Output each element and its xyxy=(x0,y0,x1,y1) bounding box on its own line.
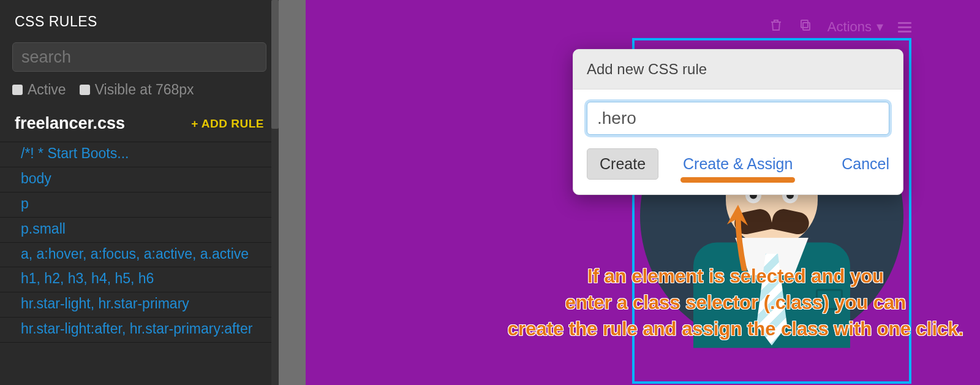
active-checkbox-label: Active xyxy=(28,82,66,98)
search-input[interactable] xyxy=(12,42,266,72)
highlight-underline-icon xyxy=(680,177,795,183)
stylesheet-name: freelancer.css xyxy=(15,114,125,133)
actions-label: Actions xyxy=(827,19,872,35)
rule-item[interactable]: body xyxy=(0,167,279,192)
rule-item[interactable]: h1, h2, h3, h4, h5, h6 xyxy=(0,267,279,292)
preview-canvas: Actions ▾ xyxy=(279,0,980,385)
popover-title: Add new CSS rule xyxy=(573,50,903,90)
rule-item[interactable]: hr.star-light, hr.star-primary xyxy=(0,292,279,318)
cancel-button[interactable]: Cancel xyxy=(842,155,889,173)
panel-title: CSS RULES xyxy=(0,5,279,39)
add-rule-button[interactable]: + ADD RULE xyxy=(191,117,264,131)
svg-rect-0 xyxy=(803,23,810,30)
chevron-down-icon: ▾ xyxy=(876,19,883,35)
add-rule-popover: Add new CSS rule Create Create & Assign … xyxy=(573,49,903,195)
canvas-gutter xyxy=(279,0,306,385)
rule-item[interactable]: /*! * Start Boots... xyxy=(0,142,279,167)
create-assign-button[interactable]: Create & Assign xyxy=(683,155,793,173)
stylesheet-header[interactable]: freelancer.css + ADD RULE xyxy=(0,107,279,142)
create-assign-label: Create & Assign xyxy=(683,155,793,172)
selection-toolbar: Actions ▾ xyxy=(769,16,911,38)
rule-list: /*! * Start Boots... body p p.small a, a… xyxy=(0,142,279,343)
actions-dropdown[interactable]: Actions ▾ xyxy=(827,19,883,35)
delete-icon[interactable] xyxy=(769,18,783,36)
rule-item[interactable]: p xyxy=(0,192,279,218)
rule-item[interactable]: p.small xyxy=(0,218,279,243)
rule-item[interactable]: a, a:hover, a:focus, a:active, a.active xyxy=(0,243,279,268)
visible-checkbox[interactable]: Visible at 768px xyxy=(80,82,194,98)
svg-rect-1 xyxy=(801,20,808,28)
selector-input[interactable] xyxy=(587,102,889,135)
create-button[interactable]: Create xyxy=(587,148,658,180)
duplicate-icon[interactable] xyxy=(798,18,813,36)
panel-scrollbar[interactable] xyxy=(271,0,279,385)
visible-checkbox-label: Visible at 768px xyxy=(95,82,194,98)
css-rules-panel: CSS RULES Active Visible at 768px freela… xyxy=(0,0,279,385)
rule-item[interactable]: hr.star-light:after, hr.star-primary:aft… xyxy=(0,318,279,343)
menu-icon[interactable] xyxy=(898,22,911,32)
active-checkbox[interactable]: Active xyxy=(12,82,66,98)
